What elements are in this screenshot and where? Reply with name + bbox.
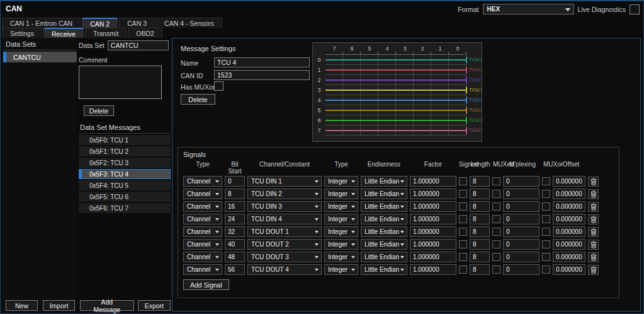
signed-checkbox[interactable] [459, 228, 467, 236]
message-item-0x5f1-tcu-2[interactable]: 0x5F1: TCU 2 [79, 146, 171, 156]
endianness-dropdown[interactable]: Little Endian [361, 189, 407, 199]
add-message-button[interactable]: Add Message [80, 300, 134, 311]
length-input[interactable] [470, 252, 490, 262]
length-input[interactable] [470, 226, 490, 237]
message-item-0x5f3-tcu-4[interactable]: 0x5F3: TCU 4 [79, 169, 171, 179]
signed-checkbox[interactable] [459, 265, 467, 274]
offset-input[interactable] [553, 189, 585, 199]
value-type-dropdown[interactable]: Integer [324, 226, 358, 237]
factor-input[interactable] [410, 264, 456, 275]
muxed-checkbox[interactable] [492, 215, 500, 223]
factor-input[interactable] [410, 189, 456, 199]
value-type-dropdown[interactable]: Integer [324, 189, 358, 199]
factor-input[interactable] [410, 226, 456, 237]
factor-input[interactable] [410, 176, 456, 187]
offset-input[interactable] [553, 176, 585, 187]
live-diagnostics-checkbox[interactable] [630, 4, 640, 15]
value-type-dropdown[interactable]: Integer [324, 214, 358, 224]
mplexing-input[interactable] [503, 189, 539, 199]
bit-start-input[interactable] [225, 214, 245, 224]
subtab-settings[interactable]: Settings [2, 28, 42, 38]
delete-signal-button[interactable] [588, 177, 599, 187]
mplexing-input[interactable] [503, 214, 539, 224]
delete-signal-button[interactable] [588, 189, 599, 199]
signal-type-dropdown[interactable]: Channel [183, 189, 222, 199]
tab-can-1-emtron-can[interactable]: CAN 1 - Emtron CAN [2, 18, 81, 28]
muxor-checkbox[interactable] [542, 202, 550, 211]
length-input[interactable] [470, 214, 490, 224]
muxed-checkbox[interactable] [492, 253, 500, 261]
endianness-dropdown[interactable]: Little Endian [361, 239, 407, 250]
muxed-checkbox[interactable] [492, 202, 500, 211]
signed-checkbox[interactable] [459, 190, 467, 198]
muxed-checkbox[interactable] [492, 190, 500, 198]
offset-input[interactable] [553, 239, 585, 250]
mplexing-input[interactable] [503, 264, 539, 275]
muxor-checkbox[interactable] [542, 265, 550, 274]
mplexing-input[interactable] [503, 252, 539, 262]
signal-type-dropdown[interactable]: Channel [183, 264, 222, 275]
signed-checkbox[interactable] [459, 202, 467, 211]
channel-dropdown[interactable]: TCU DOUT 4 [247, 264, 322, 275]
muxed-checkbox[interactable] [492, 240, 500, 248]
comment-textarea[interactable] [79, 66, 162, 99]
muxor-checkbox[interactable] [542, 228, 550, 236]
muxor-checkbox[interactable] [542, 190, 550, 198]
muxor-checkbox[interactable] [542, 215, 550, 223]
endianness-dropdown[interactable]: Little Endian [361, 214, 407, 224]
bit-start-input[interactable] [225, 239, 245, 250]
offset-input[interactable] [553, 214, 585, 224]
muxor-checkbox[interactable] [542, 177, 550, 185]
tab-can-4-sensors[interactable]: CAN 4 - Sensors [156, 18, 222, 28]
offset-input[interactable] [553, 226, 585, 237]
endianness-dropdown[interactable]: Little Endian [361, 176, 407, 187]
factor-input[interactable] [410, 201, 456, 212]
factor-input[interactable] [410, 252, 456, 262]
has-muxor-checkbox[interactable] [214, 81, 223, 91]
format-dropdown[interactable]: HEX [483, 4, 574, 15]
signal-type-dropdown[interactable]: Channel [183, 252, 222, 262]
channel-dropdown[interactable]: TCU DIN 4 [247, 214, 322, 224]
value-type-dropdown[interactable]: Integer [324, 201, 358, 212]
message-item-0x5f4-tcu-5[interactable]: 0x5F4: TCU 5 [79, 180, 171, 190]
message-item-0x5f2-tcu-3[interactable]: 0x5F2: TCU 3 [79, 158, 171, 168]
value-type-dropdown[interactable]: Integer [324, 176, 358, 187]
length-input[interactable] [470, 176, 490, 187]
muxed-checkbox[interactable] [492, 228, 500, 236]
new-button[interactable]: New [6, 300, 38, 311]
mplexing-input[interactable] [503, 176, 539, 187]
muxor-checkbox[interactable] [542, 240, 550, 248]
signed-checkbox[interactable] [459, 253, 467, 261]
muxor-checkbox[interactable] [542, 253, 550, 261]
endianness-dropdown[interactable]: Little Endian [361, 252, 407, 262]
offset-input[interactable] [553, 264, 585, 275]
tab-can-2[interactable]: CAN 2 [82, 18, 118, 28]
mplexing-input[interactable] [503, 226, 539, 237]
length-input[interactable] [470, 201, 490, 212]
message-item-0x5f0-tcu-1[interactable]: 0x5F0: TCU 1 [79, 135, 171, 145]
sidebar-item-cantcu[interactable]: CANTCU [3, 52, 77, 62]
delete-dataset-button[interactable]: Delete [84, 105, 114, 116]
signal-type-dropdown[interactable]: Channel [183, 214, 222, 224]
delete-signal-button[interactable] [588, 240, 599, 250]
mplexing-input[interactable] [503, 239, 539, 250]
length-input[interactable] [470, 189, 490, 199]
length-input[interactable] [470, 264, 490, 275]
delete-signal-button[interactable] [588, 252, 599, 262]
channel-dropdown[interactable]: TCU DOUT 2 [247, 239, 322, 250]
bit-start-input[interactable] [225, 264, 245, 275]
value-type-dropdown[interactable]: Integer [324, 264, 358, 275]
add-signal-button[interactable]: Add Signal [183, 279, 229, 290]
signed-checkbox[interactable] [459, 177, 467, 185]
bit-start-input[interactable] [225, 189, 245, 199]
subtab-obd2[interactable]: OBD2 [128, 28, 162, 38]
dataset-name-input[interactable] [108, 40, 169, 50]
endianness-dropdown[interactable]: Little Endian [361, 226, 407, 237]
subtab-receive[interactable]: Receive [43, 28, 84, 38]
subtab-transmit[interactable]: Transmit [85, 28, 127, 38]
factor-input[interactable] [410, 239, 456, 250]
bit-start-input[interactable] [225, 252, 245, 262]
delete-signal-button[interactable] [588, 214, 599, 224]
import-button[interactable]: Import [43, 300, 75, 311]
message-item-0x5f5-tcu-6[interactable]: 0x5F5: TCU 6 [79, 192, 171, 202]
